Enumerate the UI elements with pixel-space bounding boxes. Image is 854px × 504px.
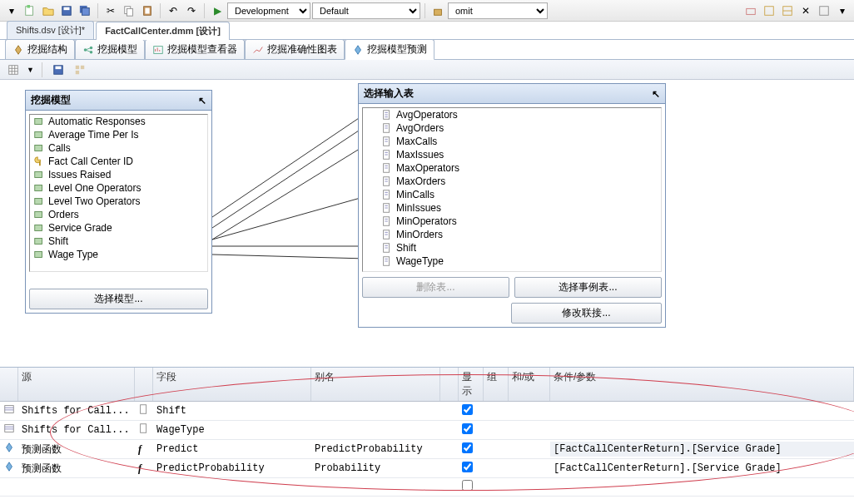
grid-row[interactable]: 预测函数 f PredictProbability Probability [F… — [0, 459, 854, 478]
list-item[interactable]: MinOperators — [378, 215, 661, 228]
grid-row-empty[interactable] — [0, 478, 854, 497]
tab-mining-prediction[interactable]: 挖掘模型预测 — [345, 39, 434, 60]
delete-table-button[interactable]: 删除表... — [362, 277, 509, 298]
col-field: 字段 — [153, 368, 311, 401]
list-item[interactable]: Average Time Per Is — [30, 128, 207, 141]
list-item[interactable]: Orders — [30, 208, 207, 221]
mining-model-panel: 挖掘模型 ↖ Automatic Responses Average Time … — [25, 90, 212, 314]
list-item[interactable]: Shift — [30, 235, 207, 248]
list-item[interactable]: AvgOrders — [378, 121, 661, 135]
svg-rect-25 — [9, 65, 18, 74]
list-item[interactable]: MaxCalls — [378, 135, 661, 148]
svg-rect-12 — [765, 6, 774, 15]
svg-rect-10 — [434, 9, 442, 15]
show-checkbox[interactable] — [462, 442, 473, 453]
cell-field[interactable]: Shift — [153, 403, 311, 418]
list-item[interactable]: Calls — [30, 141, 207, 155]
cell-source[interactable]: 预测函数 — [18, 441, 135, 458]
redo-icon[interactable]: ↷ — [183, 2, 200, 19]
grid-row[interactable]: Shifts for Call... WageType — [0, 421, 854, 440]
dropdown-icon[interactable]: ▾ — [3, 2, 20, 19]
cell-alias[interactable] — [311, 428, 440, 432]
show-checkbox[interactable] — [462, 480, 473, 491]
cell-criteria[interactable] — [550, 428, 854, 432]
cell-field[interactable]: WageType — [153, 422, 311, 437]
grid-view-icon[interactable] — [5, 62, 22, 78]
list-item[interactable]: MinIssues — [378, 201, 661, 215]
cell-alias[interactable]: PredictProbability — [311, 442, 440, 457]
cut-icon[interactable]: ✂ — [102, 2, 119, 19]
list-item[interactable]: Shift — [378, 241, 661, 254]
list-item[interactable]: MinCalls — [378, 188, 661, 201]
cell-criteria[interactable]: [FactCallCenterReturn].[Service Grade] — [550, 442, 854, 457]
list-item[interactable]: WageType — [378, 254, 661, 268]
list-item[interactable]: MaxOrders — [378, 175, 661, 188]
save-all-icon[interactable] — [77, 2, 93, 19]
cell-alias[interactable] — [311, 409, 440, 413]
dropdown-arrow-icon[interactable]: ▼ — [27, 66, 34, 74]
tab-mining-structure[interactable]: 挖掘结构 — [5, 39, 75, 59]
play-icon[interactable]: ▶ — [209, 2, 226, 19]
col-show: 显示 — [459, 368, 484, 401]
list-item[interactable]: MinOrders — [378, 228, 661, 241]
undo-icon[interactable]: ↶ — [165, 2, 181, 19]
list-item[interactable]: AvgOperators — [378, 108, 661, 121]
list-item[interactable]: Service Grade — [30, 221, 207, 235]
new-project-icon[interactable] — [22, 2, 38, 19]
cell-field[interactable]: PredictProbability — [153, 461, 311, 476]
modify-join-button[interactable]: 修改联接... — [511, 303, 662, 324]
input-table-panel-title: 选择输入表 ↖ — [359, 84, 665, 104]
target-combo[interactable]: omit — [448, 2, 548, 19]
grid-row[interactable]: 预测函数 f Predict PredictProbability [FactC… — [0, 440, 854, 459]
list-item[interactable]: Issues Raised — [30, 168, 207, 181]
list-item[interactable]: MaxIssues — [378, 148, 661, 161]
select-model-button[interactable]: 选择模型... — [29, 289, 208, 309]
show-checkbox[interactable] — [462, 404, 473, 415]
options-icon[interactable] — [816, 2, 832, 19]
list-item[interactable]: Level Two Operators — [30, 195, 207, 208]
mining-tabs: 挖掘结构 挖掘模型 挖掘模型查看器 挖掘准确性图表 挖掘模型预测 — [0, 40, 854, 60]
list-item[interactable]: MaxOperators — [378, 161, 661, 175]
window-icon-1[interactable] — [742, 2, 759, 19]
doc-tab-factcallcenter[interactable]: FactCallCenter.dmm [设计] — [96, 22, 230, 40]
window-icon-3[interactable] — [779, 2, 796, 19]
platform-combo[interactable]: Default — [312, 2, 420, 19]
cell-criteria[interactable] — [550, 409, 854, 413]
collapse-icon[interactable]: ↖ — [652, 88, 660, 100]
list-item[interactable]: Automatic Responses — [30, 115, 207, 128]
select-case-table-button[interactable]: 选择事例表... — [514, 277, 662, 298]
more-icon[interactable]: ▾ — [834, 2, 851, 19]
mining-model-columns[interactable]: Automatic Responses Average Time Per Is … — [29, 114, 208, 272]
svg-rect-42 — [35, 132, 42, 138]
tab-mining-accuracy[interactable]: 挖掘准确性图表 — [245, 39, 345, 59]
grid-header: 源 字段 别名 显示 组 和/或 条件/参数 — [0, 368, 854, 402]
save-icon[interactable] — [58, 2, 75, 19]
window-icon-2[interactable] — [761, 2, 777, 19]
show-checkbox[interactable] — [462, 423, 473, 434]
doc-tab-shifts[interactable]: Shifts.dsv [设计]* — [7, 21, 94, 39]
cell-field[interactable]: Predict — [153, 442, 311, 457]
list-item[interactable]: Level One Operators — [30, 181, 207, 195]
tools-icon[interactable]: ✕ — [797, 2, 814, 19]
cell-source[interactable]: 预测函数 — [18, 460, 135, 477]
config-combo[interactable]: Development — [227, 2, 310, 19]
tab-mining-viewer[interactable]: 挖掘模型查看器 — [145, 39, 245, 59]
paste-icon[interactable] — [139, 2, 156, 19]
tab-mining-models[interactable]: 挖掘模型 — [75, 39, 145, 59]
cell-alias[interactable]: Probability — [311, 461, 440, 476]
save-query-icon[interactable] — [50, 62, 67, 78]
collapse-icon[interactable]: ↖ — [198, 95, 206, 106]
cell-source[interactable]: Shifts for Call... — [18, 422, 135, 437]
deploy-icon[interactable] — [429, 2, 446, 19]
list-item[interactable]: Fact Call Center ID — [30, 155, 207, 168]
input-table-columns[interactable]: AvgOperators AvgOrders MaxCalls MaxIssue… — [362, 107, 662, 272]
cell-source[interactable]: Shifts for Call... — [18, 403, 135, 418]
function-icon: f — [135, 442, 153, 457]
show-checkbox[interactable] — [462, 462, 473, 472]
grid-row[interactable]: Shifts for Call... Shift — [0, 402, 854, 421]
singleton-query-icon[interactable] — [72, 62, 88, 78]
open-icon[interactable] — [40, 2, 57, 19]
copy-icon[interactable] — [121, 2, 137, 19]
list-item[interactable]: Wage Type — [30, 248, 207, 261]
cell-criteria[interactable]: [FactCallCenterReturn].[Service Grade] — [550, 461, 854, 476]
